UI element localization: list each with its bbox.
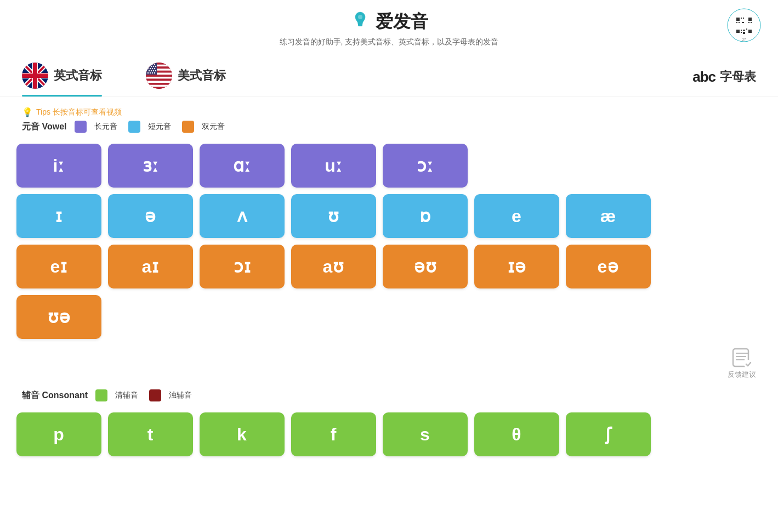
svg-rect-29 <box>22 73 48 78</box>
svg-rect-17 <box>743 32 745 34</box>
phonetic-btn-ua[interactable]: ʊə <box>16 295 101 339</box>
phonetic-btn-k[interactable]: k <box>200 412 285 456</box>
long-vowel-label: 长元音 <box>94 122 117 132</box>
tips-row: 💡 Tips 长按音标可查看视频 <box>0 103 778 118</box>
svg-rect-34 <box>146 65 172 67</box>
phonetic-btn-schwa[interactable]: ə <box>108 194 193 238</box>
svg-rect-13 <box>743 30 745 31</box>
feedback-label: 反馈建议 <box>728 370 756 380</box>
svg-rect-41 <box>146 79 172 81</box>
vowel-legend: 元音 Vowel 长元音 短元音 双元音 <box>0 118 778 138</box>
tab-british[interactable]: 英式音标 <box>22 57 102 97</box>
svg-rect-16 <box>741 32 742 33</box>
vowel-row-2: ɪ ə ʌ ʊ ɒ e æ <box>16 194 762 238</box>
phonetic-btn-s[interactable]: s <box>383 412 468 456</box>
header: 爱发音 27 <box>0 0 778 37</box>
svg-point-60 <box>151 70 152 71</box>
svg-rect-40 <box>146 77 172 79</box>
svg-point-47 <box>147 64 149 65</box>
phonetic-btn-ia[interactable]: ɪə <box>474 245 559 288</box>
uk-flag <box>22 63 48 89</box>
phonetic-btn-f[interactable]: f <box>291 412 376 456</box>
svg-rect-45 <box>146 87 172 89</box>
phonetic-btn-e[interactable]: e <box>474 194 559 238</box>
app-title: 爱发音 <box>350 10 428 34</box>
feedback-area: 反馈建议 <box>0 346 778 380</box>
long-vowel-dot <box>75 121 87 133</box>
svg-point-61 <box>153 70 154 71</box>
svg-rect-14 <box>746 29 747 30</box>
svg-rect-10 <box>751 22 752 23</box>
phonetic-btn-au[interactable]: aʊ <box>291 245 376 288</box>
consonant-legend: 辅音 Consonant 清辅音 浊辅音 <box>0 385 778 407</box>
phonetic-btn-ou[interactable]: əʊ <box>383 245 468 288</box>
svg-point-50 <box>154 64 155 65</box>
svg-point-52 <box>151 66 152 67</box>
feedback-button[interactable]: 反馈建议 <box>728 346 756 380</box>
phonetic-btn-upsilon[interactable]: ʊ <box>291 194 376 238</box>
phonetic-btn-t[interactable]: t <box>108 412 193 456</box>
svg-rect-43 <box>146 83 172 85</box>
phonetic-btn-ea[interactable]: eə <box>566 245 651 288</box>
svg-point-53 <box>153 66 154 67</box>
phonetic-btn-uu[interactable]: uː <box>291 144 376 188</box>
vowel-row-1: iː ɜː ɑː uː ɔː <box>16 144 762 188</box>
phonetic-btn-oi[interactable]: ɔɪ <box>200 245 285 288</box>
tips-text: Tips 长按音标可查看视频 <box>36 107 122 117</box>
svg-rect-9 <box>748 22 749 23</box>
svg-point-1 <box>728 9 760 42</box>
svg-point-54 <box>155 66 156 67</box>
svg-point-58 <box>154 68 155 69</box>
svg-point-49 <box>152 64 153 65</box>
phonetic-btn-I[interactable]: ɪ <box>16 194 101 238</box>
voiced-dot <box>149 389 161 401</box>
phonetic-btn-ei[interactable]: eɪ <box>16 245 101 288</box>
svg-rect-6 <box>736 22 737 23</box>
svg-point-48 <box>150 64 151 65</box>
app-name: 爱发音 <box>376 10 428 34</box>
svg-rect-11 <box>736 30 740 33</box>
svg-rect-15 <box>748 30 752 33</box>
svg-rect-33 <box>146 63 172 65</box>
alphabet-abc: abc <box>692 69 715 86</box>
qr-code: 27 <box>726 8 762 45</box>
phonetic-btn-ae[interactable]: æ <box>566 194 651 238</box>
phonetic-btn-ai[interactable]: aɪ <box>108 245 193 288</box>
svg-rect-44 <box>146 85 172 87</box>
svg-point-59 <box>149 70 150 71</box>
tab-alphabet[interactable]: abc 字母表 <box>692 69 756 86</box>
vowel-row-4: ʊə <box>16 295 762 339</box>
british-tab-label: 英式音标 <box>54 67 102 84</box>
svg-point-57 <box>152 68 153 69</box>
phonetic-btn-3[interactable]: ɜː <box>108 144 193 188</box>
svg-point-51 <box>149 66 150 67</box>
svg-text:27: 27 <box>742 38 746 41</box>
phonetic-btn-aa[interactable]: ɑː <box>200 144 285 188</box>
phonetic-btn-p[interactable]: p <box>16 412 101 456</box>
voiceless-label: 清辅音 <box>115 390 138 400</box>
phonetic-btn-sh[interactable]: ʃ <box>566 412 651 456</box>
phonetic-btn-wedge[interactable]: ʌ <box>200 194 285 238</box>
vowel-section: iː ɜː ɑː uː ɔː ɪ ə ʌ ʊ ɒ e æ eɪ aɪ ɔɪ aʊ… <box>0 138 778 351</box>
svg-rect-8 <box>742 22 744 23</box>
svg-rect-4 <box>743 18 744 19</box>
tab-american[interactable]: 美式音标 <box>146 57 226 97</box>
phonetic-btn-open-o[interactable]: ɒ <box>383 194 468 238</box>
svg-point-64 <box>150 72 151 73</box>
svg-point-62 <box>155 70 156 71</box>
svg-point-55 <box>147 68 149 69</box>
phonetic-btn-theta[interactable]: θ <box>474 412 559 456</box>
phonetic-btn-oo[interactable]: ɔː <box>383 144 468 188</box>
consonant-row-1: p t k f s θ ʃ <box>16 412 762 456</box>
vowel-row-3: eɪ aɪ ɔɪ aʊ əʊ ɪə eə <box>16 245 762 288</box>
tabs-bar: 英式音标 <box>0 57 778 97</box>
app-icon <box>350 10 370 34</box>
alphabet-tab-label: 字母表 <box>720 69 756 85</box>
svg-point-63 <box>147 72 149 73</box>
svg-rect-3 <box>741 18 742 19</box>
vowel-legend-title: 元音 Vowel <box>22 121 67 133</box>
phonetic-btn-ii[interactable]: iː <box>16 144 101 188</box>
voiced-label: 浊辅音 <box>169 390 192 400</box>
svg-point-0 <box>358 15 362 19</box>
short-vowel-label: 短元音 <box>148 122 171 132</box>
